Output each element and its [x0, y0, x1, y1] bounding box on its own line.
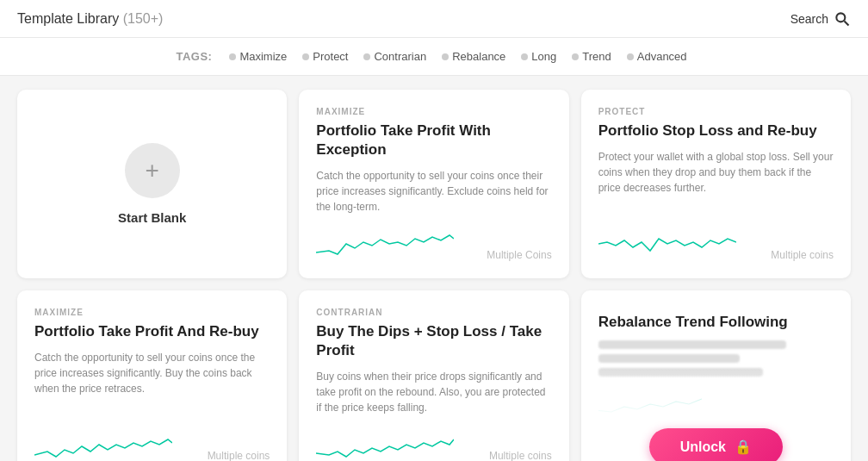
card-footer: Multiple coins — [34, 427, 270, 461]
plus-icon: + — [125, 143, 180, 198]
card-take-profit-rebuy[interactable]: MAXIMIZE Portfolio Take Profit And Re-bu… — [17, 290, 287, 461]
card-tag: CONTRARIAN — [316, 308, 551, 317]
blank-label: Start Blank — [118, 210, 186, 225]
sparkline-chart — [316, 427, 454, 461]
card-title: Rebalance Trend Following — [598, 313, 834, 332]
page-title: Template Library (150+) — [17, 11, 163, 27]
tag-dot — [302, 53, 309, 60]
card-desc: Catch the opportunity to sell your coins… — [34, 350, 270, 415]
title-text: Template Library — [17, 11, 119, 26]
coin-label: Multiple Coins — [487, 249, 551, 261]
search-label: Search — [790, 12, 828, 26]
tag-label: Protect — [313, 50, 348, 63]
tag-protect[interactable]: Protect — [297, 48, 353, 65]
unlock-label: Unlock — [680, 439, 726, 455]
locked-overlay: Unlock 🔒 — [581, 366, 851, 461]
tag-dot — [363, 53, 370, 60]
card-title: Portfolio Take Profit With Exception — [316, 121, 551, 159]
svg-point-0 — [836, 13, 845, 22]
tag-maximize[interactable]: Maximize — [224, 48, 292, 65]
card-desc: Buy coins when their price drops signifi… — [316, 369, 551, 415]
tag-dot — [442, 53, 449, 60]
card-title: Portfolio Take Profit And Re-buy — [34, 322, 270, 341]
tag-label: Maximize — [239, 50, 287, 63]
tag-label: Advanced — [637, 50, 687, 63]
tag-dot — [229, 53, 236, 60]
template-count: (150+) — [123, 11, 164, 26]
tag-dot — [572, 53, 579, 60]
sparkline-chart — [598, 227, 736, 261]
tag-rebalance[interactable]: Rebalance — [437, 48, 511, 65]
tag-long[interactable]: Long — [516, 48, 561, 65]
tag-trend[interactable]: Trend — [567, 48, 616, 65]
svg-line-1 — [845, 21, 849, 25]
blurred-line-2 — [598, 354, 740, 363]
card-stop-loss-rebuy[interactable]: PROTECT Portfolio Stop Loss and Re-buy P… — [581, 90, 851, 278]
search-area[interactable]: Search — [790, 10, 851, 28]
card-tag: PROTECT — [598, 107, 834, 116]
card-take-profit-exception[interactable]: MAXIMIZE Portfolio Take Profit With Exce… — [299, 90, 568, 278]
template-grid: + Start Blank MAXIMIZE Portfolio Take Pr… — [0, 76, 868, 461]
start-blank-card[interactable]: + Start Blank — [17, 90, 287, 278]
tag-label: Trend — [582, 50, 611, 63]
card-tag: MAXIMIZE — [34, 308, 270, 317]
tags-bar: TAGS: Maximize Protect Contrarian Rebala… — [0, 38, 868, 76]
coin-label: Multiple coins — [489, 450, 552, 461]
coin-label: Multiple coins — [771, 249, 834, 261]
card-footer: Multiple coins — [316, 427, 551, 461]
tags-label: TAGS: — [176, 50, 212, 63]
lock-icon: 🔒 — [735, 439, 752, 455]
card-title: Buy The Dips + Stop Loss / Take Profit — [316, 322, 551, 360]
card-buy-dips[interactable]: CONTRARIAN Buy The Dips + Stop Loss / Ta… — [299, 290, 568, 461]
card-desc: Catch the opportunity to sell your coins… — [316, 168, 551, 215]
card-footer: Multiple Coins — [316, 227, 551, 261]
card-title: Portfolio Stop Loss and Re-buy — [598, 121, 834, 140]
card-footer: Multiple coins — [598, 227, 834, 261]
sparkline-chart — [316, 227, 454, 261]
tag-dot — [521, 53, 528, 60]
blurred-line-1 — [598, 340, 787, 349]
header: Template Library (150+) Search — [0, 0, 868, 38]
card-desc: Protect your wallet with a global stop l… — [598, 149, 834, 215]
card-rebalance-trend: Rebalance Trend Following Unlock 🔒 — [581, 290, 851, 461]
sparkline-chart — [34, 427, 172, 461]
tag-label: Contrarian — [374, 50, 426, 63]
tag-label: Rebalance — [452, 50, 505, 63]
unlock-button[interactable]: Unlock 🔒 — [649, 428, 783, 461]
tag-advanced[interactable]: Advanced — [622, 48, 692, 65]
coin-label: Multiple coins — [208, 450, 270, 461]
tag-label: Long — [531, 50, 556, 63]
tag-dot — [627, 53, 634, 60]
card-tag: MAXIMIZE — [316, 107, 551, 116]
search-icon — [834, 10, 851, 28]
tag-contrarian[interactable]: Contrarian — [358, 48, 431, 65]
